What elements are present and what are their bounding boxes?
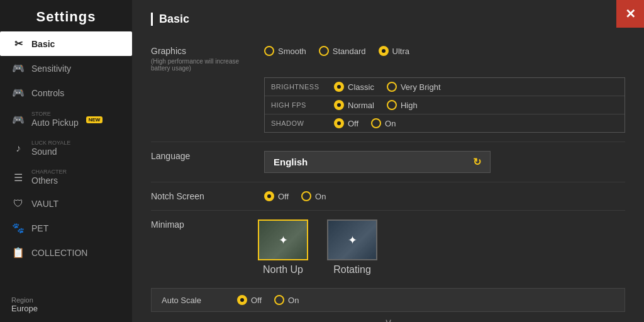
brightness-verybright-option[interactable]: Very Bright bbox=[387, 82, 441, 92]
shadow-on-option[interactable]: On bbox=[371, 118, 396, 128]
brightness-classic-option[interactable]: Classic bbox=[334, 82, 374, 92]
highfps-row: HIGH FPS Normal High bbox=[265, 96, 625, 114]
sidebar-label-pet: PET bbox=[31, 223, 48, 233]
others-icon: ☰ bbox=[11, 172, 25, 184]
sidebar-item-auto-pickup[interactable]: 🎮 STORE Auto Pickup NEW bbox=[0, 105, 132, 134]
main-content: ✕ Basic Graphics (High performance will … bbox=[132, 0, 644, 322]
standard-radio[interactable] bbox=[319, 46, 329, 56]
minimap-controls: North Up Rotating bbox=[258, 219, 625, 275]
autoscale-off-label: Off bbox=[251, 296, 262, 305]
minimap-options: North Up Rotating bbox=[258, 219, 377, 275]
smooth-radio[interactable] bbox=[264, 46, 274, 56]
graphics-sub-label: (High performance will increase battery … bbox=[151, 58, 258, 72]
highfps-options: Normal High bbox=[334, 100, 418, 110]
notch-on-option[interactable]: On bbox=[301, 191, 326, 201]
brightness-label: BRIGHTNESS bbox=[271, 83, 328, 91]
notch-screen-row: Notch Screen Off On bbox=[151, 182, 625, 211]
sidebar: Settings ✂ Basic 🎮 Sensitivity 🎮 Control… bbox=[0, 0, 132, 322]
shadow-row: SHADOW Off On bbox=[265, 114, 625, 132]
new-badge: NEW bbox=[86, 116, 103, 123]
graphics-top-options: Smooth Standard Ultra bbox=[264, 46, 409, 56]
minimap-northup-option[interactable]: North Up bbox=[258, 219, 308, 275]
sidebar-item-sensitivity[interactable]: 🎮 Sensitivity bbox=[0, 56, 132, 80]
brightness-classic-label: Classic bbox=[348, 82, 374, 92]
sidebar-item-collection[interactable]: 📋 COLLECTION bbox=[0, 240, 132, 265]
minimap-rotating-label: Rotating bbox=[333, 264, 371, 275]
shadow-off-label: Off bbox=[348, 119, 358, 128]
graphics-sub-table: BRIGHTNESS Classic Very Bright bbox=[264, 77, 625, 133]
vault-icon: 🛡 bbox=[11, 198, 25, 209]
sidebar-label-sound: Sound bbox=[31, 147, 70, 157]
refresh-icon[interactable]: ↻ bbox=[473, 156, 481, 168]
sidebar-item-sound[interactable]: ♪ LUCK ROYALE Sound bbox=[0, 134, 132, 163]
autoscale-off-radio[interactable] bbox=[237, 295, 247, 305]
notch-off-option[interactable]: Off bbox=[264, 191, 289, 201]
minimap-rotating-option[interactable]: Rotating bbox=[327, 219, 377, 275]
region-section: Region Europe bbox=[0, 287, 132, 322]
sidebar-label-others: Others bbox=[31, 175, 67, 186]
language-value: English bbox=[274, 157, 308, 167]
autoscale-on-label: On bbox=[288, 296, 299, 305]
sidebar-label-auto-pickup: Auto Pickup bbox=[31, 118, 79, 128]
collection-icon: 📋 bbox=[11, 247, 25, 258]
sidebar-label-vault: VAULT bbox=[31, 199, 58, 209]
sound-text-wrap: LUCK ROYALE Sound bbox=[31, 140, 70, 157]
sidebar-item-pet[interactable]: 🐾 PET bbox=[0, 216, 132, 240]
autoscale-on-option[interactable]: On bbox=[274, 295, 299, 305]
language-label: Language bbox=[151, 151, 258, 161]
notch-off-radio[interactable] bbox=[264, 191, 274, 201]
shadow-off-radio[interactable] bbox=[334, 118, 344, 128]
brightness-classic-radio[interactable] bbox=[334, 82, 344, 92]
notch-on-radio[interactable] bbox=[301, 191, 311, 201]
sensitivity-icon: 🎮 bbox=[11, 62, 25, 74]
autoscale-off-option[interactable]: Off bbox=[237, 295, 262, 305]
autoscale-on-radio[interactable] bbox=[274, 295, 284, 305]
highfps-label: HIGH FPS bbox=[271, 101, 328, 109]
shadow-on-radio[interactable] bbox=[371, 118, 381, 128]
wrench-icon: ✂ bbox=[11, 38, 25, 50]
sidebar-item-vault[interactable]: 🛡 VAULT bbox=[0, 192, 132, 216]
luck-royale-dim-label: LUCK ROYALE bbox=[31, 140, 70, 146]
notch-screen-controls: Off On bbox=[264, 191, 625, 201]
close-button[interactable]: ✕ bbox=[616, 0, 644, 28]
character-dim-label: CHARACTER bbox=[31, 169, 67, 175]
highfps-high-radio[interactable] bbox=[387, 100, 397, 110]
notch-off-label: Off bbox=[278, 192, 289, 201]
graphics-ultra-option[interactable]: Ultra bbox=[379, 46, 409, 56]
shadow-off-option[interactable]: Off bbox=[334, 118, 358, 128]
highfps-high-label: High bbox=[401, 101, 418, 110]
highfps-normal-option[interactable]: Normal bbox=[334, 100, 374, 110]
autoscale-label: Auto Scale bbox=[162, 296, 225, 305]
graphics-standard-option[interactable]: Standard bbox=[319, 46, 366, 56]
pet-icon: 🐾 bbox=[11, 222, 25, 234]
smooth-label: Smooth bbox=[278, 47, 306, 56]
highfps-normal-radio[interactable] bbox=[334, 100, 344, 110]
autoscale-row: Auto Scale Off On bbox=[151, 288, 625, 312]
section-title: Basic bbox=[151, 13, 625, 26]
graphics-smooth-option[interactable]: Smooth bbox=[264, 46, 306, 56]
language-select[interactable]: English ↻ bbox=[264, 151, 491, 173]
controls-icon: 🎮 bbox=[11, 87, 25, 99]
shadow-label: SHADOW bbox=[271, 119, 328, 127]
brightness-options: Classic Very Bright bbox=[334, 82, 441, 92]
region-label: Region bbox=[11, 296, 121, 304]
language-controls: English ↻ bbox=[264, 151, 625, 173]
sidebar-item-controls[interactable]: 🎮 Controls bbox=[0, 80, 132, 105]
auto-pickup-text-wrap: STORE Auto Pickup bbox=[31, 111, 79, 128]
brightness-verybright-radio[interactable] bbox=[387, 82, 397, 92]
minimap-northup-label: North Up bbox=[263, 264, 303, 275]
auto-pickup-icon: 🎮 bbox=[11, 114, 25, 126]
notch-screen-label: Notch Screen bbox=[151, 191, 258, 201]
ultra-radio[interactable] bbox=[379, 46, 389, 56]
notch-on-label: On bbox=[315, 192, 326, 201]
sidebar-item-basic[interactable]: ✂ Basic bbox=[0, 31, 132, 56]
minimap-northup-map bbox=[259, 221, 307, 259]
graphics-label: Graphics (High performance will increase… bbox=[151, 46, 258, 72]
highfps-high-option[interactable]: High bbox=[387, 100, 418, 110]
shadow-options: Off On bbox=[334, 118, 396, 128]
graphics-row: Graphics (High performance will increase… bbox=[151, 37, 625, 142]
scroll-down-indicator[interactable]: ∨ bbox=[151, 312, 625, 322]
highfps-normal-label: Normal bbox=[348, 101, 374, 110]
others-text-wrap: CHARACTER Others bbox=[31, 169, 67, 186]
sidebar-item-others[interactable]: ☰ CHARACTER Others bbox=[0, 163, 132, 192]
